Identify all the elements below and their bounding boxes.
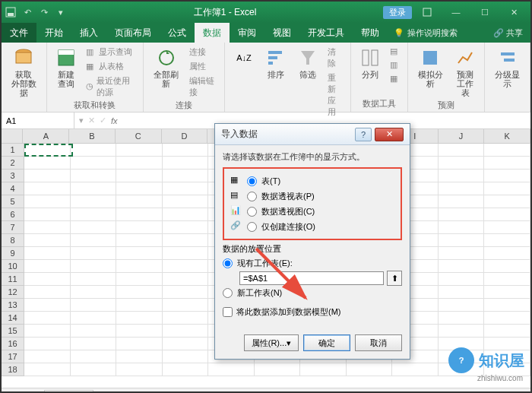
cell[interactable] [116,195,163,208]
row-header[interactable]: 16 [2,338,24,350]
cell[interactable] [439,325,485,338]
option-new-sheet[interactable]: 新工作表(N) [223,286,402,300]
cell[interactable] [71,338,117,350]
cell[interactable] [484,208,530,221]
cell[interactable] [439,247,485,260]
tab-developer[interactable]: 开发工具 [299,23,353,43]
cell[interactable] [163,157,209,170]
cell[interactable] [71,260,117,273]
cell[interactable] [163,260,209,273]
filter-button[interactable]: 筛选 [293,46,322,81]
cell[interactable] [484,170,530,182]
cell[interactable] [24,208,71,221]
tab-formulas[interactable]: 公式 [160,23,195,43]
tab-file[interactable]: 文件 [2,23,36,43]
option-pivot-chart[interactable]: 📊数据透视图(C) [230,204,394,219]
cell[interactable] [163,273,209,286]
whatif-button[interactable]: 模拟分析 [413,46,448,90]
new-sheet-button[interactable]: ⊕ [95,389,110,394]
cell[interactable] [71,234,117,247]
cell[interactable] [439,144,485,157]
row-header[interactable]: 6 [2,208,24,221]
clear-filter-button[interactable]: 清除 [325,46,346,70]
row-header[interactable]: 14 [2,312,24,325]
login-badge[interactable]: 登录 [383,6,412,19]
close-icon[interactable]: ✕ [500,3,527,21]
cell[interactable] [116,157,163,170]
cell[interactable] [439,273,485,286]
recent-sources-button[interactable]: ◷最近使用的源 [84,74,138,99]
row-header[interactable]: 13 [2,299,24,312]
cell[interactable] [116,299,163,312]
cell[interactable] [71,208,117,221]
reapply-button[interactable]: 重新应用 [325,71,346,119]
cell[interactable] [71,312,117,325]
cell[interactable] [116,286,163,299]
cell[interactable] [71,144,117,157]
dialog-titlebar[interactable]: 导入数据 ? ✕ [215,124,410,145]
cell[interactable] [439,182,485,195]
cell[interactable] [116,312,163,325]
cell[interactable] [484,260,530,273]
name-box[interactable]: A1 [2,113,74,128]
row-header[interactable]: 17 [2,350,24,363]
tab-data[interactable]: 数据 [195,23,230,43]
remove-dup-button[interactable]: ▥ [388,59,403,71]
cell[interactable] [71,273,117,286]
cell[interactable] [163,234,209,247]
row-header[interactable]: 7 [2,221,24,234]
undo-icon[interactable]: ↶ [21,6,33,18]
forecast-sheet-button[interactable]: 预测 工作表 [451,46,480,99]
option-connection-only[interactable]: 🔗仅创建连接(O) [230,219,394,234]
cell[interactable] [71,195,117,208]
cell[interactable] [24,195,71,208]
cell[interactable] [71,350,117,363]
tab-page-layout[interactable]: 页面布局 [106,23,160,43]
cell[interactable] [163,247,209,260]
cell[interactable] [484,157,530,170]
share-button[interactable]: 🔗 共享 [486,27,530,39]
cell[interactable] [163,286,209,299]
cell[interactable] [71,157,117,170]
cell[interactable] [24,247,71,260]
cell[interactable] [24,286,71,299]
cell[interactable] [71,170,117,182]
tab-insert[interactable]: 插入 [71,23,106,43]
tell-me-search[interactable]: 💡 操作说明搜索 [388,27,464,39]
cell[interactable] [163,170,209,182]
cell[interactable] [116,325,163,338]
cell[interactable] [484,325,530,338]
cell[interactable] [71,299,117,312]
cell[interactable] [484,195,530,208]
row-header[interactable]: 15 [2,325,24,338]
ribbon-options-icon[interactable] [413,3,441,21]
cell[interactable] [163,144,209,157]
cell[interactable] [439,157,485,170]
cell[interactable] [163,221,209,234]
cell[interactable] [24,363,71,376]
cell[interactable] [24,170,71,182]
cell[interactable] [116,260,163,273]
radio-chart[interactable] [247,207,257,217]
tab-help[interactable]: 帮助 [353,23,388,43]
cell[interactable] [24,144,71,157]
row-header[interactable]: 12 [2,286,24,299]
radio-pivot[interactable] [247,192,257,201]
cell[interactable] [163,182,209,195]
qat-dropdown-icon[interactable]: ▾ [55,6,67,18]
cell[interactable] [163,363,209,376]
cell[interactable] [439,312,485,325]
cell[interactable] [71,286,117,299]
cell[interactable] [484,273,530,286]
cell[interactable] [484,286,530,299]
row-header[interactable]: 18 [2,363,24,376]
maximize-icon[interactable]: ☐ [471,3,499,21]
cell[interactable] [116,247,163,260]
cell[interactable] [163,208,209,221]
range-input[interactable] [239,271,384,285]
cell[interactable] [116,273,163,286]
cell[interactable] [116,208,163,221]
cell[interactable] [24,260,71,273]
row-header[interactable]: 8 [2,234,24,247]
from-table-button[interactable]: ▦从表格 [84,60,138,73]
